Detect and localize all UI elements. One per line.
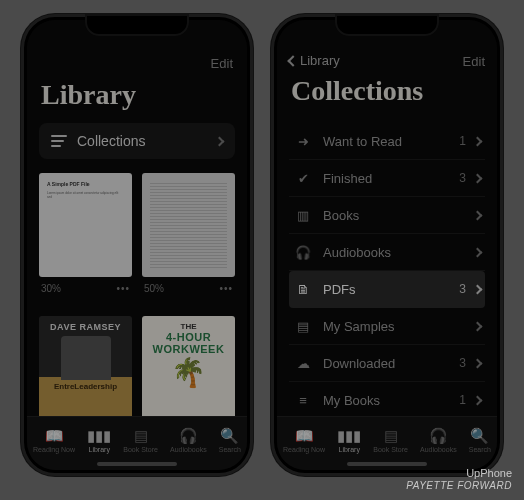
chevron-right-icon xyxy=(473,321,483,331)
chevron-right-icon xyxy=(473,136,483,146)
progress-label: 50% xyxy=(144,283,164,294)
more-icon[interactable]: ••• xyxy=(219,283,233,294)
more-icon[interactable]: ••• xyxy=(116,283,130,294)
chevron-right-icon xyxy=(473,284,483,294)
back-button[interactable]: Library xyxy=(289,53,340,68)
home-indicator[interactable] xyxy=(347,462,427,466)
chevron-right-icon xyxy=(473,358,483,368)
edit-button[interactable]: Edit xyxy=(211,54,233,71)
audio-icon: 🎧 xyxy=(293,244,313,260)
page-title: Library xyxy=(41,79,233,111)
finished-icon: ✔ xyxy=(293,170,313,186)
tab-reading-now[interactable]: 📖Reading Now xyxy=(33,428,75,453)
tab-audiobooks[interactable]: 🎧Audiobooks xyxy=(420,428,457,453)
list-icon xyxy=(51,135,67,147)
phone-collections: Library Edit Collections ➜ Want to Read … xyxy=(271,14,503,476)
collection-row-books[interactable]: ▥ Books xyxy=(289,197,485,234)
collection-row-audiobooks[interactable]: 🎧 Audiobooks xyxy=(289,234,485,271)
book-cover[interactable]: DAVE RAMSEY EntreLeadership xyxy=(39,316,132,416)
collection-row-my-samples[interactable]: ▤ My Samples xyxy=(289,308,485,345)
chevron-right-icon xyxy=(473,247,483,257)
want-icon: ➜ xyxy=(293,133,313,149)
collections-label: Collections xyxy=(77,133,145,149)
pdf-thumbnail: A Simple PDF File Lorem ipsum dolor sit … xyxy=(39,173,132,277)
samples-icon: ▤ xyxy=(293,318,313,334)
notch xyxy=(85,14,189,36)
page-title: Collections xyxy=(291,75,483,107)
tab-library[interactable]: ▮▮▮Library xyxy=(337,428,361,453)
mybooks-icon: ≡ xyxy=(293,392,313,408)
collection-row-want-to-read[interactable]: ➜ Want to Read 1 xyxy=(289,123,485,160)
pdf-thumbnail xyxy=(142,173,235,277)
chevron-left-icon xyxy=(287,55,298,66)
home-indicator[interactable] xyxy=(97,462,177,466)
chevron-right-icon xyxy=(473,210,483,220)
collection-row-pdfs[interactable]: 🗎 PDFs 3 xyxy=(289,271,485,308)
progress-label: 30% xyxy=(41,283,61,294)
tab-audiobooks[interactable]: 🎧Audiobooks xyxy=(170,428,207,453)
notch xyxy=(335,14,439,36)
tab-library[interactable]: ▮▮▮Library xyxy=(87,428,111,453)
phone-library: Edit Library Collections A Simple PDF Fi… xyxy=(21,14,253,476)
chevron-right-icon xyxy=(473,395,483,405)
books-icon: ▥ xyxy=(293,207,313,223)
collection-row-finished[interactable]: ✔ Finished 3 xyxy=(289,160,485,197)
tab-book-store[interactable]: ▤Book Store xyxy=(373,428,408,453)
collections-row[interactable]: Collections xyxy=(39,123,235,159)
book-item[interactable]: A Simple PDF File Lorem ipsum dolor sit … xyxy=(39,173,132,294)
tab-reading-now[interactable]: 📖Reading Now xyxy=(283,428,325,453)
book-cover[interactable]: THE 4-HOUR WORKWEEK 🌴 xyxy=(142,316,235,416)
download-icon: ☁ xyxy=(293,355,313,371)
edit-button[interactable]: Edit xyxy=(463,52,485,69)
chevron-right-icon xyxy=(215,136,225,146)
collection-row-my-books[interactable]: ≡ My Books 1 xyxy=(289,382,485,416)
tab-search[interactable]: 🔍Search xyxy=(219,428,241,453)
chevron-right-icon xyxy=(473,173,483,183)
book-item[interactable]: 50% ••• xyxy=(142,173,235,294)
watermark: UpPhone PAYETTE FORWARD xyxy=(406,467,512,492)
tab-book-store[interactable]: ▤Book Store xyxy=(123,428,158,453)
collection-row-downloaded[interactable]: ☁ Downloaded 3 xyxy=(289,345,485,382)
tab-search[interactable]: 🔍Search xyxy=(469,428,491,453)
pdf-icon: 🗎 xyxy=(293,281,313,297)
